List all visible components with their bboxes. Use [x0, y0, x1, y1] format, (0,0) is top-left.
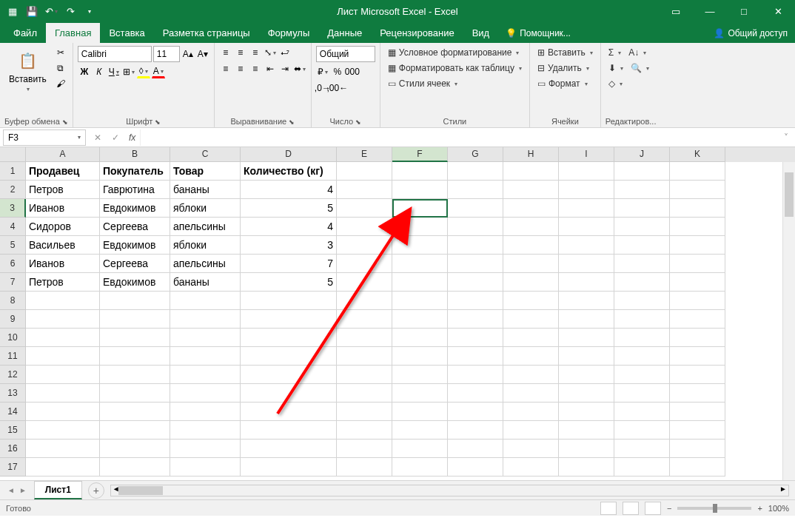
cell[interactable]	[241, 421, 337, 440]
cell[interactable]	[614, 366, 670, 384]
cell[interactable]: 5	[241, 273, 337, 292]
cell[interactable]	[559, 329, 614, 347]
cut-icon[interactable]: ✂	[54, 46, 67, 59]
delete-cells-button[interactable]: ⊟Удалить▾	[534, 61, 596, 75]
decrease-indent-icon[interactable]: ⇤	[264, 62, 277, 75]
cell[interactable]: Продавец	[26, 162, 100, 181]
underline-button[interactable]: Ч▾	[107, 65, 121, 78]
cell[interactable]	[614, 347, 670, 366]
row-header[interactable]: 10	[0, 329, 26, 347]
formula-input[interactable]	[140, 129, 777, 146]
save-icon[interactable]: 💾	[25, 4, 38, 18]
font-size-combo[interactable]	[153, 46, 180, 62]
cell[interactable]	[392, 273, 448, 292]
cell[interactable]	[392, 181, 448, 199]
cell[interactable]	[448, 458, 503, 477]
cell[interactable]	[337, 310, 392, 329]
page-layout-view-icon[interactable]	[623, 502, 639, 515]
cell[interactable]	[614, 292, 670, 310]
enter-icon[interactable]: ✓	[107, 132, 124, 143]
border-button[interactable]: ⊞▾	[122, 65, 135, 78]
column-header[interactable]: B	[100, 147, 170, 162]
cell[interactable]	[241, 384, 337, 403]
format-as-table-button[interactable]: ▦Форматировать как таблицу▾	[385, 61, 525, 75]
row-header[interactable]: 7	[0, 273, 26, 292]
sheet-nav[interactable]: ◄►	[0, 486, 34, 494]
row-header[interactable]: 16	[0, 440, 26, 458]
merge-center-icon[interactable]: ⬌▾	[293, 62, 306, 75]
cell[interactable]	[26, 440, 100, 458]
italic-button[interactable]: К	[93, 65, 106, 78]
format-cells-button[interactable]: ▭Формат▾	[534, 77, 596, 90]
row-header[interactable]: 4	[0, 218, 26, 236]
fx-icon[interactable]: fx	[124, 132, 140, 143]
percent-icon[interactable]: %	[331, 65, 344, 78]
cell[interactable]	[503, 292, 559, 310]
ribbon-options-icon[interactable]: ▭	[659, 0, 693, 22]
tab-page-layout[interactable]: Разметка страницы	[154, 23, 259, 43]
cell[interactable]	[448, 292, 503, 310]
align-bottom-icon[interactable]: ≡	[249, 46, 262, 59]
cell[interactable]	[559, 347, 614, 366]
copy-icon[interactable]: ⧉	[54, 61, 67, 75]
tab-insert[interactable]: Вставка	[100, 23, 153, 43]
cell[interactable]	[559, 292, 614, 310]
insert-cells-button[interactable]: ⊞Вставить▾	[534, 46, 596, 59]
cell[interactable]	[670, 181, 725, 199]
cell[interactable]	[559, 255, 614, 273]
cell[interactable]	[337, 292, 392, 310]
cell[interactable]	[392, 292, 448, 310]
cell[interactable]	[392, 329, 448, 347]
column-header[interactable]: H	[503, 147, 559, 162]
cell[interactable]	[559, 218, 614, 236]
cell[interactable]	[503, 162, 559, 181]
cell[interactable]	[670, 421, 725, 440]
tell-me[interactable]: 💡Помощник...	[498, 24, 578, 43]
cell[interactable]	[337, 181, 392, 199]
cell[interactable]	[392, 199, 448, 218]
cell[interactable]	[26, 366, 100, 384]
row-header[interactable]: 14	[0, 403, 26, 421]
cell[interactable]	[614, 403, 670, 421]
align-middle-icon[interactable]: ≡	[234, 46, 247, 59]
row-header[interactable]: 15	[0, 421, 26, 440]
fill-color-button[interactable]: ◊▾	[137, 65, 150, 78]
column-header[interactable]: C	[170, 147, 241, 162]
increase-font-icon[interactable]: A▴	[181, 47, 195, 61]
cell[interactable]	[448, 329, 503, 347]
cell[interactable]	[503, 218, 559, 236]
cell[interactable]	[448, 347, 503, 366]
row-header[interactable]: 5	[0, 236, 26, 255]
cell[interactable]	[337, 421, 392, 440]
cell[interactable]	[337, 199, 392, 218]
cell[interactable]	[170, 347, 241, 366]
cell[interactable]	[392, 403, 448, 421]
cell[interactable]: 4	[241, 181, 337, 199]
cell[interactable]	[670, 403, 725, 421]
cell[interactable]	[26, 384, 100, 403]
row-header[interactable]: 17	[0, 458, 26, 477]
cell[interactable]	[503, 273, 559, 292]
cell[interactable]	[448, 236, 503, 255]
orientation-icon[interactable]: ⤡▾	[264, 46, 277, 59]
row-header[interactable]: 13	[0, 384, 26, 403]
cell[interactable]	[503, 255, 559, 273]
cell[interactable]	[448, 403, 503, 421]
cell[interactable]: Сергеева	[100, 255, 170, 273]
cell[interactable]	[614, 273, 670, 292]
cell[interactable]	[170, 329, 241, 347]
align-right-icon[interactable]: ≡	[249, 62, 262, 75]
cell[interactable]: Евдокимов	[100, 199, 170, 218]
row-header[interactable]: 6	[0, 255, 26, 273]
cell[interactable]	[26, 421, 100, 440]
column-header[interactable]: K	[670, 147, 725, 162]
cell[interactable]	[170, 310, 241, 329]
redo-icon[interactable]: ↷	[64, 4, 77, 18]
page-break-view-icon[interactable]	[645, 502, 661, 515]
align-left-icon[interactable]: ≡	[219, 62, 232, 75]
cell[interactable]	[670, 218, 725, 236]
cell[interactable]: 3	[241, 236, 337, 255]
cell[interactable]	[503, 236, 559, 255]
close-button[interactable]: ✕	[761, 0, 795, 22]
cell[interactable]	[392, 366, 448, 384]
